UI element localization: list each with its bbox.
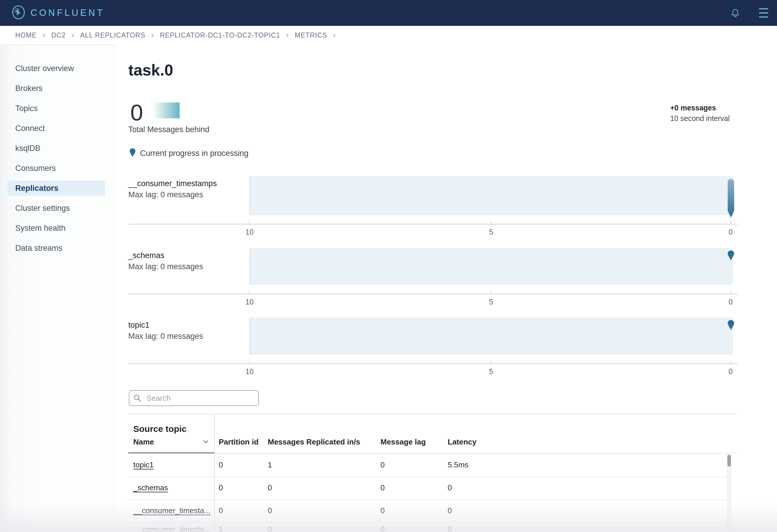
breadcrumb-home[interactable]: HOME: [15, 31, 37, 39]
sort-chevron-down-icon[interactable]: [203, 440, 209, 445]
chart-max-lag: Max lag: 0 messages: [128, 332, 203, 341]
menu-hamburger-icon[interactable]: [759, 8, 768, 18]
table-group-header: Source topic: [133, 424, 187, 434]
search-icon: [133, 394, 141, 403]
axis-tick-label: 5: [473, 298, 509, 306]
axis-tick-label: 10: [232, 298, 267, 306]
progress-marker-pin-icon: [727, 250, 735, 261]
breadcrumb-separator-icon: ›: [42, 31, 45, 39]
sorted-column-underline: [128, 452, 214, 454]
breadcrumb-replicator-name[interactable]: REPLICATOR-DC1-TO-DC2-TOPIC1: [160, 31, 280, 39]
progress-marker-pin-icon: [727, 319, 735, 331]
total-messages-behind-label: Total Messages behind: [128, 125, 209, 134]
sidebar-item-cluster-settings[interactable]: Cluster settings: [0, 198, 116, 218]
interval-summary: +0 messages 10 second interval: [670, 102, 730, 124]
cell-partition-id: 1: [219, 525, 223, 532]
table-top-border: [128, 414, 737, 415]
chart-plot-area: [249, 248, 733, 285]
bottom-fade-overlay: [0, 503, 777, 532]
table-row-topic-link[interactable]: __consumer_timesta...: [133, 525, 211, 532]
confluent-logo[interactable]: CONFLUENT: [12, 0, 105, 26]
sidebar-item-topics[interactable]: Topics: [0, 98, 116, 118]
chart-x-axis: [128, 224, 737, 225]
lag-gradient-swatch: [153, 102, 180, 118]
sidebar-item-connect[interactable]: Connect: [0, 118, 116, 138]
cell-message-lag: 0: [380, 525, 384, 532]
sidebar-item-data-streams[interactable]: Data streams: [0, 238, 116, 258]
row-divider: [128, 522, 727, 523]
sidebar-item-system-health[interactable]: System health: [0, 218, 116, 238]
cell-message-lag: 0: [380, 506, 384, 515]
lag-chart-topic1: topic1 Max lag: 0 messages 10 5 0: [128, 318, 737, 386]
cell-messages-replicated: 1: [268, 460, 272, 469]
axis-tick: [730, 221, 731, 224]
sidebar-item-brokers[interactable]: Brokers: [0, 78, 116, 98]
sidebar-item-consumers[interactable]: Consumers: [0, 158, 116, 178]
axis-tick-label: 10: [232, 367, 267, 376]
search-box: [129, 390, 259, 406]
column-header-latency[interactable]: Latency: [448, 437, 476, 446]
table-row-topic-link[interactable]: __consumer_timesta...: [133, 506, 211, 515]
cell-messages-replicated: 0: [268, 506, 272, 515]
sidebar-item-cluster-overview[interactable]: Cluster overview: [0, 59, 116, 78]
chart-x-axis: [128, 363, 737, 364]
column-header-partition-id[interactable]: Partition id: [219, 437, 258, 446]
breadcrumb-metrics[interactable]: METRICS: [295, 31, 327, 39]
progress-marker-trail-icon: [727, 179, 735, 218]
delta-messages: +0 messages: [670, 102, 730, 113]
column-header-name[interactable]: Name: [133, 437, 154, 446]
brand-name: CONFLUENT: [30, 8, 105, 18]
confluent-spark-icon: [12, 5, 25, 21]
chart-topic-name: _schemas: [128, 251, 164, 260]
column-header-messages-replicated[interactable]: Messages Replicated in/s: [268, 437, 360, 446]
cell-messages-replicated: 0: [268, 525, 272, 532]
header-bottom-border: [214, 453, 737, 454]
chart-max-lag: Max lag: 0 messages: [128, 190, 203, 199]
table-scrollbar-thumb[interactable]: [728, 455, 731, 466]
lag-chart-consumer-timestamps: __consumer_timestamps Max lag: 0 message…: [128, 176, 737, 244]
table-column-divider: [214, 414, 215, 532]
app-window: CONFLUENT HOME › DC2 › ALL REPLICATORS ›…: [0, 0, 777, 532]
cell-messages-replicated: 0: [268, 483, 272, 492]
table-row-topic-link[interactable]: topic1: [133, 460, 153, 469]
cell-latency: 0: [448, 525, 452, 532]
breadcrumb-dc2[interactable]: DC2: [51, 31, 66, 39]
chart-max-lag: Max lag: 0 messages: [128, 262, 203, 271]
sidebar-item-replicators[interactable]: Replicators: [0, 178, 116, 198]
row-divider: [128, 500, 727, 500]
axis-tick: [730, 291, 731, 294]
axis-tick-label: 0: [713, 367, 748, 376]
table-row-topic-link[interactable]: _schemas: [133, 483, 168, 492]
chart-topic-name: topic1: [128, 321, 149, 330]
breadcrumb-all-replicators[interactable]: ALL REPLICATORS: [80, 31, 145, 39]
axis-tick-label: 0: [713, 228, 748, 236]
notifications-bell-icon[interactable]: [730, 8, 740, 19]
breadcrumb-separator-icon: ›: [72, 31, 75, 39]
cell-latency: 0: [448, 483, 452, 492]
chart-x-axis: [128, 294, 737, 295]
axis-tick: [491, 291, 491, 294]
axis-tick: [249, 221, 250, 224]
axis-tick: [730, 360, 731, 363]
cell-partition-id: 0: [219, 483, 223, 492]
search-input[interactable]: [129, 390, 259, 406]
total-messages-behind-value: 0: [130, 99, 143, 126]
cell-latency: 5.5ms: [448, 460, 468, 469]
axis-tick: [491, 221, 491, 224]
progress-pin-icon: [129, 148, 136, 159]
cell-partition-id: 0: [219, 506, 223, 515]
top-navbar: CONFLUENT: [0, 0, 777, 26]
chart-plot-area: [249, 318, 733, 355]
sidebar-item-ksqldb[interactable]: ksqlDB: [0, 138, 116, 158]
axis-tick-label: 5: [473, 367, 509, 376]
breadcrumb: HOME › DC2 › ALL REPLICATORS › REPLICATO…: [0, 26, 777, 44]
chart-plot-area: [249, 176, 733, 215]
column-header-message-lag[interactable]: Message lag: [380, 437, 426, 446]
axis-tick: [491, 360, 491, 363]
progress-legend-label: Current progress in processing: [140, 149, 248, 158]
cell-message-lag: 0: [380, 460, 384, 469]
breadcrumb-separator-icon: ›: [333, 31, 336, 39]
chart-topic-name: __consumer_timestamps: [128, 179, 217, 188]
interval-label: 10 second interval: [670, 113, 730, 124]
axis-tick-label: 5: [473, 228, 509, 236]
